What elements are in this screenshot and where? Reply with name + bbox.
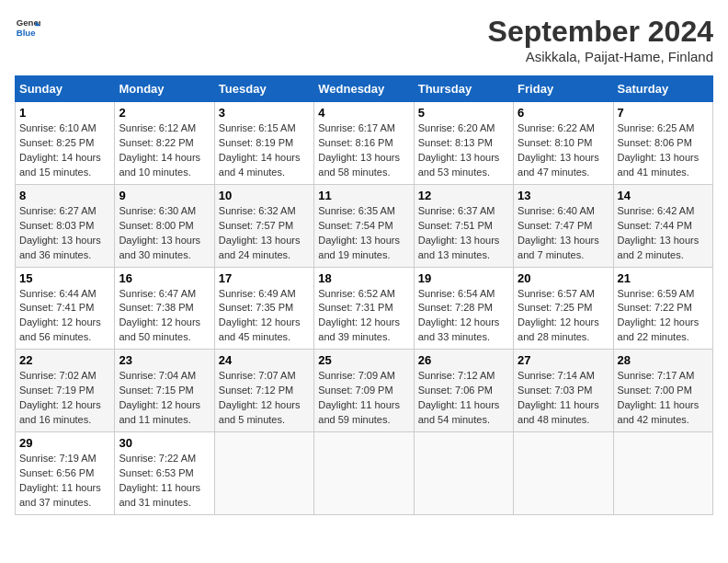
day-info: Sunrise: 7:14 AM Sunset: 7:03 PM Dayligh… <box>518 369 609 428</box>
day-number: 10 <box>219 189 310 202</box>
day-number: 7 <box>618 106 709 120</box>
day-info: Sunrise: 7:19 AM Sunset: 6:56 PM Dayligh… <box>19 452 110 511</box>
calendar-cell: 11Sunrise: 6:35 AM Sunset: 7:54 PM Dayli… <box>314 184 414 267</box>
day-number: 23 <box>119 353 210 367</box>
weekday-header-wednesday: Wednesday <box>314 76 414 102</box>
day-number: 19 <box>418 271 509 285</box>
day-info: Sunrise: 7:07 AM Sunset: 7:12 PM Dayligh… <box>219 369 310 428</box>
day-info: Sunrise: 7:22 AM Sunset: 6:53 PM Dayligh… <box>119 452 210 511</box>
calendar-cell: 24Sunrise: 7:07 AM Sunset: 7:12 PM Dayli… <box>214 350 313 432</box>
title-area: September 2024 Asikkala, Paijat-Hame, Fi… <box>488 15 713 64</box>
calendar-cell: 14Sunrise: 6:42 AM Sunset: 7:44 PM Dayli… <box>613 184 712 267</box>
day-info: Sunrise: 6:30 AM Sunset: 8:00 PM Dayligh… <box>119 204 210 263</box>
calendar-cell: 1Sunrise: 6:10 AM Sunset: 8:25 PM Daylig… <box>16 102 115 185</box>
day-info: Sunrise: 6:37 AM Sunset: 7:51 PM Dayligh… <box>418 204 509 263</box>
day-number: 16 <box>119 271 210 285</box>
calendar-cell: 7Sunrise: 6:25 AM Sunset: 8:06 PM Daylig… <box>613 102 712 185</box>
day-number: 22 <box>19 353 110 367</box>
day-number: 13 <box>518 189 609 202</box>
day-info: Sunrise: 6:47 AM Sunset: 7:38 PM Dayligh… <box>119 287 210 346</box>
calendar-cell: 12Sunrise: 6:37 AM Sunset: 7:51 PM Dayli… <box>414 184 513 267</box>
day-number: 4 <box>318 106 409 120</box>
calendar-week-row: 15Sunrise: 6:44 AM Sunset: 7:41 PM Dayli… <box>16 267 713 350</box>
calendar-cell: 8Sunrise: 6:27 AM Sunset: 8:03 PM Daylig… <box>16 184 115 267</box>
day-info: Sunrise: 6:54 AM Sunset: 7:28 PM Dayligh… <box>418 287 509 346</box>
calendar-cell: 18Sunrise: 6:52 AM Sunset: 7:31 PM Dayli… <box>314 267 414 350</box>
day-number: 2 <box>119 106 210 120</box>
weekday-header-friday: Friday <box>514 76 613 102</box>
calendar-cell <box>314 432 414 515</box>
calendar-cell: 13Sunrise: 6:40 AM Sunset: 7:47 PM Dayli… <box>514 184 613 267</box>
day-info: Sunrise: 6:20 AM Sunset: 8:13 PM Dayligh… <box>418 121 509 180</box>
page-subtitle: Asikkala, Paijat-Hame, Finland <box>488 49 713 64</box>
day-number: 26 <box>418 353 509 367</box>
day-number: 6 <box>518 106 609 120</box>
weekday-header-sunday: Sunday <box>16 76 115 102</box>
day-info: Sunrise: 6:22 AM Sunset: 8:10 PM Dayligh… <box>518 121 609 180</box>
calendar-week-row: 1Sunrise: 6:10 AM Sunset: 8:25 PM Daylig… <box>16 102 713 185</box>
day-info: Sunrise: 6:49 AM Sunset: 7:35 PM Dayligh… <box>219 287 310 346</box>
calendar-cell: 28Sunrise: 7:17 AM Sunset: 7:00 PM Dayli… <box>613 350 712 432</box>
calendar-cell <box>214 432 313 515</box>
calendar-cell: 10Sunrise: 6:32 AM Sunset: 7:57 PM Dayli… <box>214 184 313 267</box>
header: General Blue September 2024 Asikkala, Pa… <box>15 15 713 64</box>
day-info: Sunrise: 6:59 AM Sunset: 7:22 PM Dayligh… <box>618 287 709 346</box>
weekday-header-tuesday: Tuesday <box>214 76 313 102</box>
day-info: Sunrise: 7:12 AM Sunset: 7:06 PM Dayligh… <box>418 369 509 428</box>
day-info: Sunrise: 6:32 AM Sunset: 7:57 PM Dayligh… <box>219 204 310 263</box>
day-number: 18 <box>318 271 409 285</box>
day-info: Sunrise: 6:35 AM Sunset: 7:54 PM Dayligh… <box>318 204 409 263</box>
day-info: Sunrise: 7:17 AM Sunset: 7:00 PM Dayligh… <box>618 369 709 428</box>
calendar-cell: 16Sunrise: 6:47 AM Sunset: 7:38 PM Dayli… <box>115 267 214 350</box>
logo-icon: General Blue <box>15 15 40 40</box>
day-number: 12 <box>418 189 509 202</box>
calendar-cell <box>514 432 613 515</box>
weekday-header-thursday: Thursday <box>414 76 513 102</box>
day-number: 20 <box>518 271 609 285</box>
calendar-cell: 5Sunrise: 6:20 AM Sunset: 8:13 PM Daylig… <box>414 102 513 185</box>
day-info: Sunrise: 6:40 AM Sunset: 7:47 PM Dayligh… <box>518 204 609 263</box>
day-number: 3 <box>219 106 310 120</box>
day-info: Sunrise: 7:04 AM Sunset: 7:15 PM Dayligh… <box>119 369 210 428</box>
day-number: 27 <box>518 353 609 367</box>
day-number: 5 <box>418 106 509 120</box>
calendar-cell: 30Sunrise: 7:22 AM Sunset: 6:53 PM Dayli… <box>115 432 214 515</box>
day-number: 25 <box>318 353 409 367</box>
calendar-cell: 22Sunrise: 7:02 AM Sunset: 7:19 PM Dayli… <box>16 350 115 432</box>
calendar-cell: 6Sunrise: 6:22 AM Sunset: 8:10 PM Daylig… <box>514 102 613 185</box>
calendar-cell <box>613 432 712 515</box>
weekday-header-monday: Monday <box>115 76 214 102</box>
calendar-cell: 17Sunrise: 6:49 AM Sunset: 7:35 PM Dayli… <box>214 267 313 350</box>
day-number: 8 <box>19 189 110 202</box>
calendar-cell: 15Sunrise: 6:44 AM Sunset: 7:41 PM Dayli… <box>16 267 115 350</box>
calendar-week-row: 29Sunrise: 7:19 AM Sunset: 6:56 PM Dayli… <box>16 432 713 515</box>
day-number: 9 <box>119 189 210 202</box>
weekday-header-saturday: Saturday <box>613 76 712 102</box>
svg-text:Blue: Blue <box>17 28 36 38</box>
weekday-header-row: SundayMondayTuesdayWednesdayThursdayFrid… <box>16 76 713 102</box>
day-number: 11 <box>318 189 409 202</box>
day-number: 24 <box>219 353 310 367</box>
day-number: 14 <box>618 189 709 202</box>
logo: General Blue <box>15 15 40 40</box>
day-info: Sunrise: 7:02 AM Sunset: 7:19 PM Dayligh… <box>19 369 110 428</box>
calendar-cell: 4Sunrise: 6:17 AM Sunset: 8:16 PM Daylig… <box>314 102 414 185</box>
calendar-week-row: 8Sunrise: 6:27 AM Sunset: 8:03 PM Daylig… <box>16 184 713 267</box>
calendar-table: SundayMondayTuesdayWednesdayThursdayFrid… <box>15 75 713 515</box>
page-title: September 2024 <box>488 15 713 49</box>
day-info: Sunrise: 6:27 AM Sunset: 8:03 PM Dayligh… <box>19 204 110 263</box>
calendar-cell: 27Sunrise: 7:14 AM Sunset: 7:03 PM Dayli… <box>514 350 613 432</box>
day-number: 28 <box>618 353 709 367</box>
day-info: Sunrise: 6:17 AM Sunset: 8:16 PM Dayligh… <box>318 121 409 180</box>
calendar-cell: 9Sunrise: 6:30 AM Sunset: 8:00 PM Daylig… <box>115 184 214 267</box>
calendar-cell: 2Sunrise: 6:12 AM Sunset: 8:22 PM Daylig… <box>115 102 214 185</box>
calendar-cell: 26Sunrise: 7:12 AM Sunset: 7:06 PM Dayli… <box>414 350 513 432</box>
day-info: Sunrise: 6:57 AM Sunset: 7:25 PM Dayligh… <box>518 287 609 346</box>
day-number: 1 <box>19 106 110 120</box>
day-info: Sunrise: 6:15 AM Sunset: 8:19 PM Dayligh… <box>219 121 310 180</box>
calendar-cell <box>414 432 513 515</box>
day-number: 30 <box>119 436 210 450</box>
day-info: Sunrise: 6:12 AM Sunset: 8:22 PM Dayligh… <box>119 121 210 180</box>
day-info: Sunrise: 6:52 AM Sunset: 7:31 PM Dayligh… <box>318 287 409 346</box>
day-info: Sunrise: 6:10 AM Sunset: 8:25 PM Dayligh… <box>19 121 110 180</box>
